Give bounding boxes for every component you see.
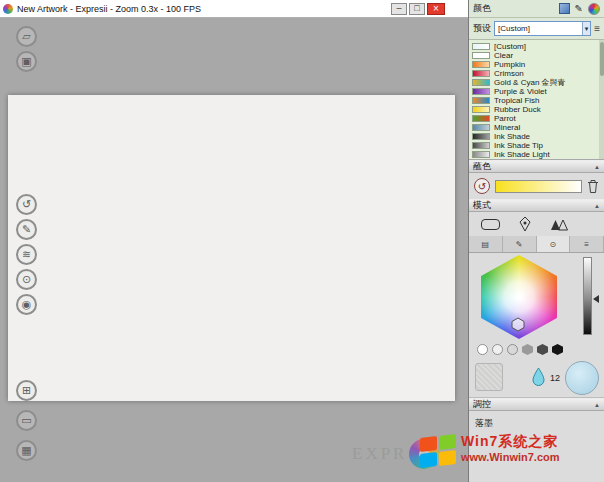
panel-title: 颜色: [473, 2, 554, 15]
wheel-icon: ⊙: [550, 240, 557, 249]
sliders-icon: ≡: [584, 240, 589, 249]
mode-label: 模式: [473, 199, 491, 212]
gradient-icon: ▤: [482, 240, 490, 249]
collapse-icon[interactable]: ▲: [594, 164, 600, 170]
collapse-icon[interactable]: ▲: [594, 203, 600, 209]
paper-texture-button[interactable]: [475, 363, 503, 391]
chevron-down-icon: ▾: [582, 22, 591, 35]
preset-item[interactable]: Gold & Cyan 金與青: [472, 78, 598, 87]
grayscale-swatch[interactable]: [477, 344, 488, 355]
mode-pen-nib-button[interactable]: [518, 216, 532, 232]
mode-flat-brush-button[interactable]: [481, 219, 500, 230]
grayscale-swatch[interactable]: [537, 344, 548, 355]
preset-item[interactable]: Parrot: [472, 114, 598, 123]
mode-wedge-button[interactable]: [550, 217, 568, 232]
preset-item[interactable]: Ink Shade: [472, 132, 598, 141]
brush-color-preview[interactable]: [565, 361, 599, 395]
mode-section-header[interactable]: 模式 ▲: [469, 199, 604, 212]
preset-item-label: Rubber Duck: [494, 106, 541, 114]
dip-gradient-bar[interactable]: [495, 180, 582, 193]
preset-item[interactable]: Clear: [472, 51, 598, 60]
preset-item-label: Ink Shade Light: [494, 151, 550, 159]
preset-item[interactable]: Tropical Fish: [472, 96, 598, 105]
preset-swatch: [472, 133, 490, 140]
titlebar[interactable]: New Artwork - Expresii - Zoom 0.3x - 100…: [0, 0, 468, 18]
frame-button[interactable]: ▭: [16, 410, 37, 431]
paint-canvas[interactable]: [8, 95, 455, 401]
tab-brush[interactable]: ✎: [503, 236, 537, 252]
windows-flag-icon: [420, 434, 456, 468]
tab-sliders[interactable]: ≡: [570, 236, 604, 252]
brush-settings-row: 12: [469, 358, 604, 398]
value-slider-handle[interactable]: [593, 295, 599, 303]
color-wheel-icon[interactable]: [588, 3, 600, 15]
control-section-header[interactable]: 調控 ▲: [469, 398, 604, 411]
collapse-icon[interactable]: ▲: [594, 402, 600, 408]
minimize-button[interactable]: –: [391, 3, 407, 15]
preset-item[interactable]: Rubber Duck: [472, 105, 598, 114]
dip-section-header[interactable]: 蘸色 ▲: [469, 160, 604, 173]
grayscale-swatch[interactable]: [552, 344, 563, 355]
brush-icon: ✎: [22, 224, 31, 235]
undo-button[interactable]: ↺: [16, 194, 37, 215]
toolbar-group-bottom: ⊞▭▦: [16, 380, 37, 461]
grayscale-swatch[interactable]: [492, 344, 503, 355]
tab-gradient[interactable]: ▤: [469, 236, 503, 252]
preset-bar: 预设 [Custom] ▾ ≡: [469, 18, 604, 40]
preset-menu-icon[interactable]: ≡: [594, 23, 600, 34]
delete-dip-button[interactable]: [587, 179, 599, 194]
water-tool-button[interactable]: ≋: [16, 244, 37, 265]
target-icon: ◉: [22, 299, 32, 310]
preset-item[interactable]: Crimson: [472, 69, 598, 78]
flat-brush-icon: [481, 219, 500, 230]
water-drop-icon[interactable]: [531, 367, 546, 386]
maximize-button[interactable]: □: [409, 3, 425, 15]
preset-dropdown-value: [Custom]: [498, 24, 530, 33]
current-color-hex-icon[interactable]: [511, 317, 525, 334]
preset-swatch: [472, 79, 490, 86]
trash-icon: [587, 179, 599, 194]
close-button[interactable]: ×: [427, 3, 445, 15]
preset-dropdown[interactable]: [Custom] ▾: [494, 21, 591, 36]
save-button[interactable]: ▣: [16, 51, 37, 72]
preset-item-label: Mineral: [494, 124, 520, 132]
preset-item[interactable]: [Custom]: [472, 42, 598, 51]
preset-item[interactable]: Ink Shade Light: [472, 150, 598, 159]
brush-tool-button[interactable]: ✎: [16, 219, 37, 240]
preset-item[interactable]: Pumpkin: [472, 60, 598, 69]
preset-scrollbar-thumb[interactable]: [600, 42, 604, 76]
mode-section: [469, 212, 604, 236]
preset-item-label: Crimson: [494, 70, 524, 78]
grayscale-swatches: [469, 341, 604, 358]
grayscale-swatch[interactable]: [522, 344, 533, 355]
preset-scrollbar[interactable]: [599, 40, 604, 159]
folder-icon: ▱: [22, 31, 30, 42]
window-title: New Artwork - Expresii - Zoom 0.3x - 100…: [17, 4, 391, 14]
preset-item-label: Clear: [494, 52, 513, 60]
pen-nib-icon: [518, 216, 532, 232]
preset-label: 预设: [473, 22, 491, 35]
grid-button[interactable]: ▦: [16, 440, 37, 461]
cube-3d-icon[interactable]: [559, 3, 570, 14]
control-label: 調控: [473, 398, 491, 411]
pick-tool-button[interactable]: ◉: [16, 294, 37, 315]
grayscale-swatch[interactable]: [507, 344, 518, 355]
reload-dip-button[interactable]: ↺: [474, 178, 490, 194]
preset-swatch: [472, 52, 490, 59]
preset-item-label: Gold & Cyan 金與青: [494, 79, 566, 87]
preset-swatch: [472, 88, 490, 95]
main-window: New Artwork - Expresii - Zoom 0.3x - 100…: [0, 0, 468, 482]
value-slider[interactable]: [583, 257, 592, 335]
pen-icon[interactable]: ✎: [575, 3, 583, 14]
preset-swatch: [472, 97, 490, 104]
open-button[interactable]: ▱: [16, 26, 37, 47]
mixer-button[interactable]: ⊞: [16, 380, 37, 401]
preset-item[interactable]: Purple & Violet: [472, 87, 598, 96]
preset-item[interactable]: Mineral: [472, 123, 598, 132]
pan-tool-button[interactable]: ⊙: [16, 269, 37, 290]
preset-item[interactable]: Ink Shade Tip: [472, 141, 598, 150]
preset-swatch: [472, 115, 490, 122]
preset-swatch: [472, 124, 490, 131]
preset-swatch: [472, 70, 490, 77]
tab-color-wheel[interactable]: ⊙: [537, 236, 571, 252]
